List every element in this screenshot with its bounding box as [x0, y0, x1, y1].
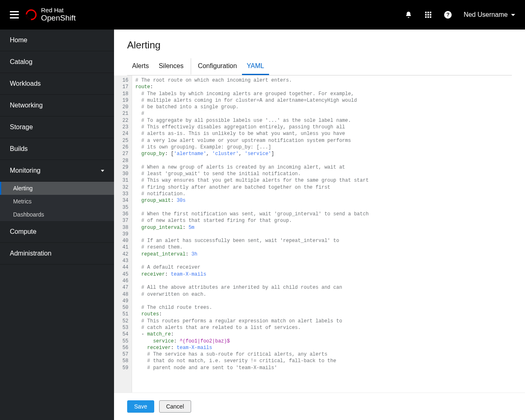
code-area[interactable]: # The root route on which each incoming … — [132, 75, 525, 393]
code-line: route: — [135, 84, 522, 90]
sidebar-item-catalog[interactable]: Catalog — [0, 51, 114, 73]
code-line: # The labels by which incoming alerts ar… — [135, 91, 522, 97]
user-name: Ned Username — [463, 11, 508, 18]
hamburger-menu-button[interactable] — [10, 11, 19, 18]
brand-text: Red Hat OpenShift — [41, 7, 76, 22]
sidebar-item-storage[interactable]: Storage — [0, 116, 114, 138]
save-button[interactable]: Save — [127, 400, 154, 413]
code-line: receiver: team-X-mails — [135, 271, 522, 278]
code-line — [135, 278, 522, 284]
svg-rect-3 — [428, 12, 429, 14]
code-line: routes: — [135, 311, 522, 317]
sidebar-item-networking[interactable]: Networking — [0, 95, 114, 116]
code-line — [135, 298, 522, 304]
svg-rect-9 — [428, 16, 429, 18]
code-line: # To aggregate by all possible labels us… — [135, 117, 522, 124]
code-line: # The child route trees. — [135, 304, 522, 311]
code-line: # A default receiver — [135, 264, 522, 271]
sidebar-item-label: Builds — [10, 145, 28, 153]
code-line: # The service has a sub-route for critic… — [135, 351, 522, 358]
code-line: # The root route on which each incoming … — [135, 77, 522, 84]
svg-text:?: ? — [447, 12, 450, 18]
code-line: repeat_interval: 3h — [135, 251, 522, 258]
sidebar-item-builds[interactable]: Builds — [0, 138, 114, 160]
code-line: # firing shortly after another are batch… — [135, 184, 522, 191]
code-line: # parent node and are sent to 'team-X-ma… — [135, 365, 522, 371]
yaml-editor[interactable]: 16 17 18 19 20 21 22 23 24 25 26 27 28 2… — [114, 75, 525, 393]
masthead-left: Red Hat OpenShift — [10, 7, 76, 22]
code-line: # a very low alert volume or your upstre… — [135, 137, 522, 144]
code-line: # This routes performs a regular express… — [135, 318, 522, 324]
sidebar-item-compute[interactable]: Compute — [0, 221, 114, 243]
code-line: # All the above attributes are inherited… — [135, 284, 522, 291]
svg-rect-10 — [430, 16, 431, 18]
sidebar-subitem-alerting[interactable]: Alerting — [0, 182, 114, 195]
code-line — [135, 258, 522, 264]
code-line: service: ^(foo1|foo2|baz)$ — [135, 338, 522, 345]
svg-rect-4 — [430, 12, 431, 14]
main-content: Alerting AlertsSilencesConfigurationYAML… — [114, 30, 525, 420]
code-line: # notification. — [135, 191, 522, 197]
brand-line1: Red Hat — [41, 7, 76, 14]
code-line: group_interval: 5m — [135, 224, 522, 231]
code-line: # — [135, 110, 522, 117]
code-line: # be batched into a single group. — [135, 104, 522, 110]
code-line: group_wait: 30s — [135, 197, 522, 204]
sidebar-item-label: Monitoring — [10, 167, 41, 174]
code-line: # alerts as-is. This is unlikely to be w… — [135, 130, 522, 137]
cancel-button[interactable]: Cancel — [159, 400, 191, 413]
action-bar: Save Cancel — [114, 393, 525, 420]
code-line: # resend them. — [135, 244, 522, 251]
code-line: # If an alert has successfully been sent… — [135, 237, 522, 244]
code-line — [135, 158, 522, 164]
code-line: # This way ensures that you get multiple… — [135, 177, 522, 184]
tab-alerts[interactable]: Alerts — [127, 58, 154, 75]
sidebar-item-label: Networking — [10, 102, 43, 109]
sidebar-subitem-metrics[interactable]: Metrics — [0, 195, 114, 208]
code-line: # overwritten on each. — [135, 291, 522, 298]
sidebar-subitem-dashboards[interactable]: Dashboards — [0, 208, 114, 221]
chevron-down-icon — [511, 14, 515, 16]
sidebar-item-label: Workloads — [10, 80, 41, 87]
chevron-down-icon — [101, 170, 104, 172]
sidebar-item-workloads[interactable]: Workloads — [0, 73, 114, 95]
sidebar-item-label: Administration — [10, 250, 51, 257]
svg-rect-2 — [425, 12, 427, 14]
code-line — [135, 204, 522, 211]
code-line: # This effectively disables aggregation … — [135, 124, 522, 130]
sidebar: HomeCatalogWorkloadsNetworkingStorageBui… — [0, 30, 114, 420]
svg-rect-7 — [430, 14, 431, 16]
code-line: # least 'group_wait' to send the initial… — [135, 171, 522, 177]
sidebar-item-monitoring[interactable]: Monitoring — [0, 160, 114, 182]
masthead-right: ? Ned Username — [404, 11, 515, 19]
svg-rect-8 — [425, 16, 427, 18]
redhat-logo-icon — [25, 9, 37, 21]
tab-yaml[interactable]: YAML — [242, 58, 269, 75]
code-line: - match_re: — [135, 331, 522, 338]
masthead: Red Hat OpenShift ? Ned Username — [0, 0, 525, 30]
sidebar-subnav: AlertingMetricsDashboards — [0, 182, 114, 221]
help-icon[interactable]: ? — [444, 11, 452, 19]
code-line: group_by: ['alertname', 'cluster', 'serv… — [135, 151, 522, 157]
tab-silences[interactable]: Silences — [154, 58, 191, 75]
svg-rect-5 — [425, 14, 427, 16]
code-line: # that do not match, i.e. severity != cr… — [135, 358, 522, 364]
code-line: # When the first notification was sent, … — [135, 211, 522, 217]
brand: Red Hat OpenShift — [25, 7, 76, 22]
page-title: Alerting — [127, 39, 512, 51]
code-line: # catch alerts that are related to a lis… — [135, 324, 522, 331]
apps-grid-icon[interactable] — [424, 11, 432, 19]
brand-line2: OpenShift — [41, 14, 76, 23]
user-menu[interactable]: Ned Username — [463, 11, 515, 18]
sidebar-item-administration[interactable]: Administration — [0, 243, 114, 265]
code-line — [135, 231, 522, 237]
sidebar-item-label: Storage — [10, 123, 33, 131]
line-gutter: 16 17 18 19 20 21 22 23 24 25 26 27 28 2… — [114, 75, 132, 393]
code-line: # multiple alerts coming in for cluster=… — [135, 97, 522, 104]
code-line: receiver: team-X-mails — [135, 345, 522, 351]
code-line: # its own grouping. Example: group_by: [… — [135, 144, 522, 151]
notifications-icon[interactable] — [404, 11, 413, 19]
page-header: Alerting AlertsSilencesConfigurationYAML — [114, 30, 525, 75]
sidebar-item-home[interactable]: Home — [0, 30, 114, 51]
tab-configuration[interactable]: Configuration — [193, 58, 242, 75]
